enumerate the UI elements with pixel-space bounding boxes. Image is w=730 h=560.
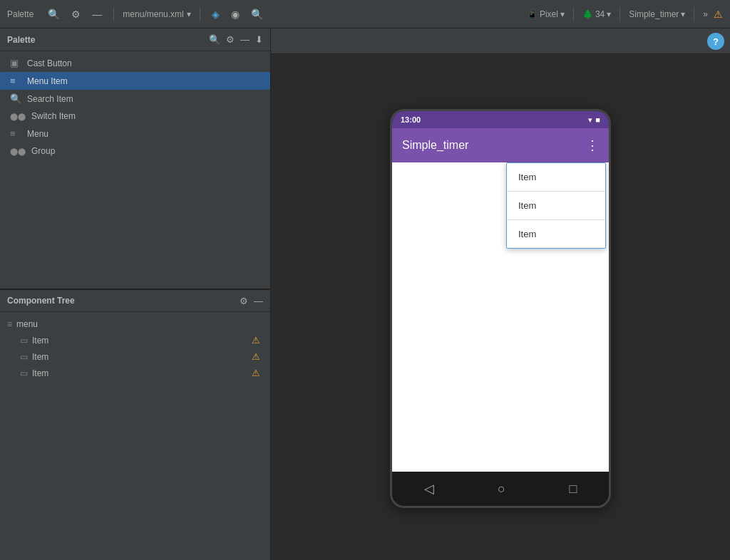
cast-button-icon: ▣ (10, 58, 21, 68)
phone-nav-bar: ◁ ○ □ (392, 472, 609, 506)
dropdown-item-label-0: Item (518, 172, 536, 182)
tree-item-child-label-1: Item (32, 352, 247, 362)
battery-icon: ■ (595, 115, 600, 124)
tree-item-child-1[interactable]: ▭ Item ⚠ (0, 348, 270, 365)
switch-item-icon: ⬤⬤ (10, 113, 26, 120)
api-level: 34 (595, 9, 605, 19)
separator-2 (200, 7, 200, 21)
tree-minimize-button[interactable]: — (254, 296, 263, 306)
tree-item-child-0[interactable]: ▭ Item ⚠ (0, 332, 270, 348)
zoom-icon-button[interactable]: 🔍 (248, 7, 266, 21)
tree-item-child-label-0: Item (32, 336, 247, 346)
api-icon: 🌲 (582, 9, 593, 19)
menu-icon: ≡ (10, 128, 21, 139)
item-icon-1: ▭ (20, 352, 28, 362)
palette-settings-button[interactable]: ⚙ (226, 34, 235, 45)
nav-recents-button[interactable]: □ (569, 482, 577, 497)
warning-icon: ⚠ (714, 9, 723, 20)
palette-download-button[interactable]: ⬇ (255, 34, 263, 45)
left-panel: Palette 🔍 ⚙ — ⬇ ▣ Cast Button ≡ Menu Ite… (0, 28, 271, 560)
device-icon: 📱 (527, 9, 538, 19)
dropdown-item-label-1: Item (518, 200, 536, 211)
phone-status-bar: 13:00 ▾ ■ (392, 111, 609, 128)
tree-item-child-2[interactable]: ▭ Item ⚠ (0, 365, 270, 381)
component-tree-title: Component Tree (7, 296, 234, 306)
menu-root-icon: ≡ (7, 319, 12, 329)
app-name-button[interactable]: Simple_timer ▾ (629, 9, 685, 19)
minimize-button[interactable]: — (89, 7, 105, 21)
separator-4 (620, 7, 620, 21)
api-level-button[interactable]: 🌲 34 ▾ (582, 9, 611, 19)
item-icon-2: ▭ (20, 368, 28, 378)
palette-item-label: Group (31, 146, 55, 156)
phone-app-title: Simple_timer (402, 139, 468, 152)
help-button[interactable]: ? (707, 33, 724, 50)
item-icon-0: ▭ (20, 336, 28, 346)
phone-menu-dots[interactable]: ⋮ (586, 138, 599, 153)
palette-minimize-button[interactable]: — (240, 34, 250, 45)
separator-5 (694, 7, 694, 21)
tree-item-child-label-2: Item (32, 368, 247, 378)
app-name: Simple_timer (629, 9, 679, 19)
dropdown-item-0[interactable]: Item (507, 163, 605, 192)
wifi-icon: ▾ (588, 115, 592, 125)
design-icon-button[interactable]: ◉ (228, 7, 242, 21)
tree-item-root-label: menu (16, 319, 260, 329)
secondary-toolbar (271, 28, 730, 54)
palette-item-label: Switch Item (31, 111, 76, 121)
more-button[interactable]: » (703, 9, 708, 19)
component-tree-header: Component Tree ⚙ — (0, 289, 270, 312)
palette-item-cast-button[interactable]: ▣ Cast Button (0, 54, 270, 72)
tree-settings-button[interactable]: ⚙ (240, 296, 248, 306)
search-button[interactable]: 🔍 (45, 7, 63, 21)
warning-icon-0: ⚠ (252, 335, 260, 346)
phone-dropdown-menu: Item Item Item (506, 162, 606, 249)
palette-item-label: Search Item (27, 94, 73, 104)
palette-title: Palette (7, 9, 34, 19)
palette-item-group[interactable]: ⬤⬤ Group (0, 142, 270, 160)
device-button[interactable]: 📱 Pixel ▾ (527, 9, 565, 19)
separator-1 (113, 7, 114, 21)
nav-back-button[interactable]: ◁ (424, 481, 434, 497)
device-label: Pixel (540, 9, 558, 19)
palette-item-search-item[interactable]: 🔍 Search Item (0, 90, 270, 108)
component-tree-section: Component Tree ⚙ — ≡ menu ▭ Item ⚠ ▭ (0, 289, 270, 560)
phone-mockup: 13:00 ▾ ■ Simple_timer ⋮ Item (390, 109, 611, 508)
phone-app-bar: Simple_timer ⋮ (392, 128, 609, 162)
warning-icon-2: ⚠ (252, 368, 260, 378)
main-layout: Palette 🔍 ⚙ — ⬇ ▣ Cast Button ≡ Menu Ite… (0, 28, 730, 560)
dropdown-item-1[interactable]: Item (507, 192, 605, 220)
search-item-icon: 🔍 (10, 93, 21, 104)
right-area: ? 13:00 ▾ ■ Simple_timer ⋮ (271, 28, 730, 560)
nav-home-button[interactable]: ○ (498, 482, 505, 497)
palette-item-menu[interactable]: ≡ Menu (0, 125, 270, 142)
separator-3 (573, 7, 574, 21)
palette-section: Palette 🔍 ⚙ — ⬇ ▣ Cast Button ≡ Menu Ite… (0, 28, 270, 289)
phone-time: 13:00 (401, 115, 421, 124)
palette-item-label: Cast Button (27, 58, 72, 68)
api-arrow: ▾ (607, 9, 611, 19)
settings-button[interactable]: ⚙ (68, 7, 83, 21)
device-arrow: ▾ (560, 9, 565, 19)
menu-item-icon: ≡ (10, 76, 21, 86)
nav-recents-icon: □ (569, 482, 577, 496)
palette-list: ▣ Cast Button ≡ Menu Item 🔍 Search Item … (0, 51, 270, 289)
dropdown-item-2[interactable]: Item (507, 220, 605, 248)
file-path-button[interactable]: menu/menu.xml ▾ (123, 9, 190, 19)
top-toolbar: Palette 🔍 ⚙ — menu/menu.xml ▾ ◈ ◉ 🔍 📱 Pi… (0, 0, 730, 28)
more-icon: » (703, 9, 708, 19)
palette-item-menu-item[interactable]: ≡ Menu Item (0, 72, 270, 90)
phone-status-icons: ▾ ■ (588, 115, 600, 125)
warning-icon-1: ⚠ (252, 351, 260, 362)
palette-header-title: Palette (7, 35, 203, 45)
nav-back-icon: ◁ (424, 482, 434, 496)
app-arrow: ▾ (681, 9, 685, 19)
tree-item-root-menu[interactable]: ≡ menu (0, 316, 270, 332)
component-tree-list: ≡ menu ▭ Item ⚠ ▭ Item ⚠ ▭ Item ⚠ (0, 312, 270, 560)
layer-icon-button[interactable]: ◈ (209, 7, 222, 21)
palette-item-switch-item[interactable]: ⬤⬤ Switch Item (0, 108, 270, 125)
palette-search-button[interactable]: 🔍 (209, 34, 220, 45)
nav-home-icon: ○ (498, 482, 505, 496)
file-path-text: menu/menu.xml (123, 9, 183, 19)
help-icon: ? (713, 36, 719, 47)
